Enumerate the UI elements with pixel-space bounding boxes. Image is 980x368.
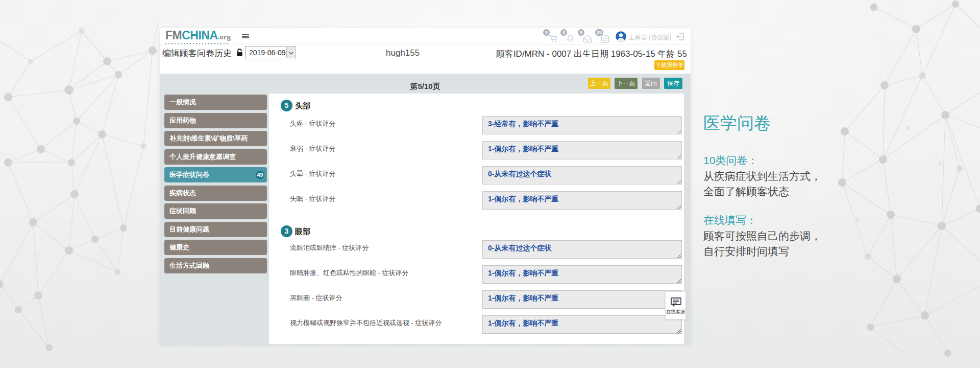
promo-paragraph-1: 10类问卷： 从疾病症状到生活方式， 全面了解顾客状态 [703, 153, 980, 200]
app-window: FMCHINA.org 0 0 [160, 28, 691, 345]
question-label: 衰弱 - 症状评分 [290, 144, 336, 153]
form-row: 眼睛肿胀、红色或粘性的眼睑 - 症状评分 1-偶尔有，影响不严重 [269, 265, 684, 284]
sidebar: 一般情况 应用药物 补充剂\维生素\矿物质\草药 个人提升健康意愿调查 医学症状… [164, 95, 267, 276]
chat-icon [671, 297, 681, 307]
form-content: 5 头部 头疼 - 症状评分 3-经常有，影响不严重 衰弱 - 症状评分 1-偶… [269, 94, 684, 344]
answer-textarea[interactable]: 0-从未有过这个症状 [482, 240, 682, 259]
calendar-badge: 20 [595, 29, 603, 36]
sidebar-item-disease-status[interactable]: 疾病状态 [164, 186, 267, 201]
calendar-button[interactable]: 20 [596, 29, 609, 43]
section-title: 头部 [295, 101, 310, 111]
cart-icon [549, 34, 557, 43]
promo-section1-line2: 全面了解顾客状态 [703, 184, 980, 200]
promo-section1-line1: 从疾病症状到生活方式， [703, 169, 980, 185]
sidebar-item-health-history[interactable]: 健康史 [164, 240, 267, 255]
question-label: 视力模糊或视野狭窄并不包括近视或远视 - 症状评分 [290, 318, 442, 328]
sidebar-item-medical-symptoms[interactable]: 医学症状问卷49 [164, 167, 267, 182]
cart-badge: 0 [543, 29, 550, 36]
notifications-button[interactable]: 0 [561, 29, 575, 43]
question-label: 失眠 - 症状评分 [290, 194, 336, 203]
sidebar-item-symptom-review[interactable]: 症状回顾 [164, 203, 267, 219]
lock-icon [236, 48, 243, 57]
sidebar-item-badge: 49 [256, 171, 264, 179]
promo-section2-line1: 顾客可按照自己的步调， [703, 228, 980, 244]
question-label: 黑眼圈 - 症状评分 [290, 293, 342, 303]
form-row: 头晕 - 症状评分 0-从未有过这个症状 [269, 166, 684, 185]
form-row: 失眠 - 症状评分 1-偶尔有，影响不严重 [269, 191, 684, 210]
chevron-down-icon [289, 52, 293, 55]
section-number-badge: 3 [281, 225, 292, 237]
answer-textarea[interactable]: 3-经常有，影响不严重 [482, 116, 682, 134]
question-label: 眼睛肿胀、红色或粘性的眼睑 - 症状评分 [290, 268, 409, 278]
answer-textarea[interactable]: 1-偶尔有，影响不严重 [482, 191, 682, 210]
sidebar-item-medications[interactable]: 应用药物 [164, 113, 267, 128]
chat-label: 在线客服 [666, 309, 685, 315]
cart-button[interactable]: 0 [544, 29, 557, 43]
date-select-arrow [286, 47, 295, 58]
notifications-badge: 0 [560, 29, 567, 36]
download-report-button[interactable]: 下载报告单 [654, 60, 684, 70]
calendar-icon [601, 35, 609, 43]
form-row: 黑眼圈 - 症状评分 1-偶尔有，影响不严重 [269, 290, 684, 309]
save-button[interactable]: 保存 [664, 78, 682, 89]
pager-buttons: 上一页 下一页 返回 保存 [586, 78, 682, 89]
questionnaire-container: 第5/10页 上一页 下一页 返回 保存 一般情况 应用药物 补充剂\维生素\矿… [160, 74, 691, 345]
form-row: 流眼泪或眼睛痒 - 症状评分 0-从未有过这个症状 [269, 240, 684, 259]
section-number-badge: 5 [281, 100, 292, 111]
question-label: 流眼泪或眼睛痒 - 症状评分 [290, 243, 369, 252]
logout-icon[interactable] [676, 33, 684, 40]
back-button[interactable]: 返回 [642, 78, 660, 89]
online-service-widget[interactable]: 在线客服 [665, 291, 686, 319]
question-label: 头晕 - 症状评分 [290, 169, 336, 178]
toolbar: 编辑顾客问卷历史 2019-06-09 hugh155 顾客ID/MRN - 0… [160, 44, 691, 74]
sidebar-item-supplements[interactable]: 补充剂\维生素\矿物质\草药 [164, 131, 267, 146]
promo-paragraph-2: 在线填写： 顾客可按照自己的步调， 自行安排时间填写 [703, 213, 980, 260]
page-title: 编辑顾客问卷历史 [162, 48, 232, 59]
date-select-value: 2019-06-09 [249, 49, 286, 57]
sidebar-item-lifestyle-review[interactable]: 生活方式回顾 [164, 258, 267, 273]
section-title: 眼部 [295, 227, 310, 237]
answer-textarea[interactable]: 1-偶尔有，影响不严重 [482, 290, 682, 309]
avatar[interactable] [616, 31, 626, 42]
answer-textarea[interactable]: 1-偶尔有，影响不严重 [482, 315, 682, 334]
questionnaire-body: 一般情况 应用药物 补充剂\维生素\矿物质\草药 个人提升健康意愿调查 医学症状… [160, 94, 691, 345]
mail-icon [583, 35, 592, 43]
answer-textarea[interactable]: 1-偶尔有，影响不严重 [482, 265, 682, 284]
client-username: hugh155 [386, 48, 420, 58]
form-row: 衰弱 - 症状评分 1-偶尔有，影响不严重 [269, 141, 684, 159]
app-header: FMCHINA.org 0 0 [160, 28, 691, 44]
patient-info: 顾客ID/MRN - 0007 出生日期 1963-05-15 年龄 55 [496, 48, 687, 60]
sidebar-item-health-survey[interactable]: 个人提升健康意愿调查 [164, 149, 267, 165]
answer-textarea[interactable]: 1-偶尔有，影响不严重 [482, 141, 682, 159]
messages-badge: 0 [578, 29, 584, 36]
form-row: 头疼 - 症状评分 3-经常有，影响不严重 [269, 116, 684, 134]
promo-title: 医学问卷 [703, 112, 771, 135]
user-name[interactable]: 王树岩 (协议版) [629, 33, 671, 42]
bell-icon [566, 34, 575, 43]
next-page-button[interactable]: 下一页 [615, 78, 638, 89]
promo-section2-line2: 自行安排时间填写 [703, 244, 980, 260]
sidebar-item-current-health[interactable]: 目前健康问题 [164, 222, 267, 237]
question-label: 头疼 - 症状评分 [290, 119, 336, 128]
header-actions: 0 0 0 [160, 28, 691, 44]
sidebar-item-general[interactable]: 一般情况 [164, 95, 267, 110]
promo-section1-heading: 10类问卷： [703, 153, 980, 169]
pager-bar: 第5/10页 上一页 下一页 返回 保存 [160, 74, 691, 94]
promo-section2-heading: 在线填写： [703, 213, 980, 228]
date-select[interactable]: 2019-06-09 [245, 46, 296, 59]
answer-textarea[interactable]: 0-从未有过这个症状 [482, 166, 682, 185]
prev-page-button[interactable]: 上一页 [588, 78, 610, 89]
messages-button[interactable]: 0 [579, 29, 592, 43]
network-decoration-left [0, 0, 163, 368]
form-row: 视力模糊或视野狭窄并不包括近视或远视 - 症状评分 1-偶尔有，影响不严重 [269, 315, 684, 334]
